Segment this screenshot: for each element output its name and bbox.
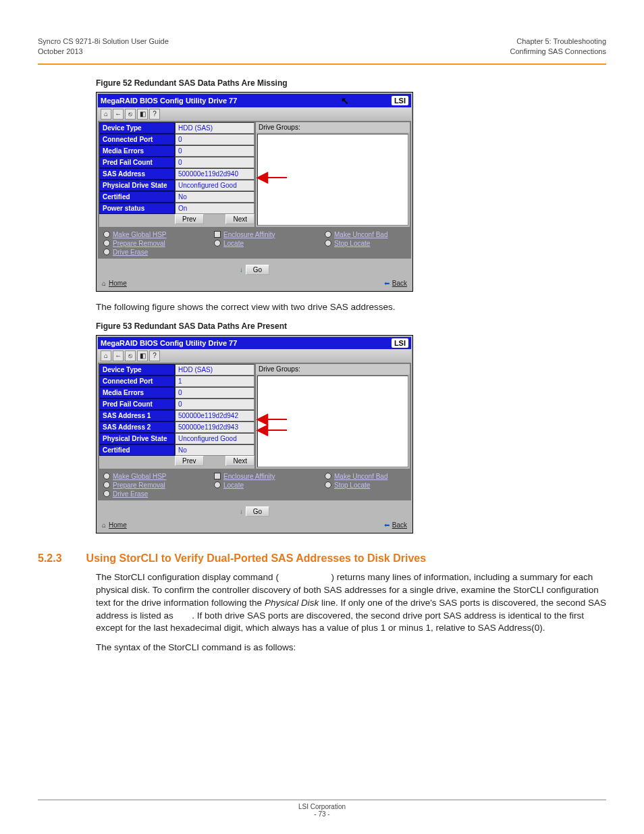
hdr-date: October 2013 bbox=[38, 47, 169, 57]
radio-icon[interactable] bbox=[214, 481, 221, 488]
bios-window-53: MegaRAID BIOS Config Utility Drive 77 LS… bbox=[96, 335, 413, 533]
toolbar-help-icon[interactable]: ? bbox=[149, 109, 160, 120]
toolbar-exit-icon[interactable]: ⎋ bbox=[125, 350, 136, 361]
checkbox-icon[interactable] bbox=[214, 473, 221, 479]
prop-label: Connected Port bbox=[99, 134, 175, 145]
radio-icon[interactable] bbox=[103, 473, 110, 479]
radio-icon[interactable] bbox=[103, 490, 110, 497]
bios-title-text: MegaRAID BIOS Config Utility Drive 77 bbox=[101, 97, 237, 105]
opt-drive-erase[interactable]: Drive Erase bbox=[113, 490, 148, 498]
footer-corp: LSI Corporation bbox=[38, 803, 606, 810]
prop-val: 0 bbox=[175, 145, 254, 157]
toolbar-help-icon[interactable]: ? bbox=[149, 350, 160, 361]
opt-make-unconf-bad[interactable]: Make Unconf Bad bbox=[334, 231, 388, 238]
go-arrow-icon: ↓ bbox=[240, 508, 243, 515]
toolbar-home-icon[interactable]: ⌂ bbox=[101, 350, 111, 361]
prop-label: SAS Address bbox=[99, 168, 175, 180]
toolbar-home-icon[interactable]: ⌂ bbox=[101, 109, 111, 120]
bios-titlebar: MegaRAID BIOS Config Utility Drive 77 ↖ … bbox=[98, 94, 411, 107]
opt-enclosure-affinity[interactable]: Enclosure Affinity bbox=[223, 231, 275, 238]
opt-stop-locate[interactable]: Stop Locate bbox=[334, 240, 370, 247]
go-button[interactable]: Go bbox=[246, 506, 269, 517]
footer-page: - 73 - bbox=[38, 810, 606, 818]
lsi-logo: LSI bbox=[392, 96, 408, 105]
opt-make-global-hsp[interactable]: Make Global HSP bbox=[113, 473, 166, 480]
figure53-caption: Figure 53 Redundant SAS Data Paths Are P… bbox=[96, 321, 606, 331]
section-paragraph-1: The StorCLI configuration display comman… bbox=[96, 571, 606, 635]
prop-val: No bbox=[175, 191, 254, 203]
back-arrow-icon: ⬅ bbox=[384, 521, 390, 529]
opt-drive-erase[interactable]: Drive Erase bbox=[113, 249, 148, 256]
toolbar-ctrl-icon[interactable]: ◧ bbox=[137, 350, 148, 361]
radio-icon[interactable] bbox=[214, 240, 221, 246]
opt-locate[interactable]: Locate bbox=[223, 481, 244, 489]
prop-val: 0 bbox=[175, 157, 254, 168]
hdr-section: Confirming SAS Connections bbox=[510, 47, 606, 57]
prop-val: Unconfigured Good bbox=[175, 180, 254, 191]
radio-icon[interactable] bbox=[325, 231, 331, 238]
cursor-icon: ↖ bbox=[341, 95, 349, 106]
back-link[interactable]: Back bbox=[392, 280, 407, 287]
back-arrow-icon: ⬅ bbox=[384, 280, 390, 287]
checkbox-icon[interactable] bbox=[214, 231, 221, 238]
home-link[interactable]: Home bbox=[109, 280, 127, 287]
radio-icon[interactable] bbox=[325, 481, 331, 488]
figure53-wrap: MegaRAID BIOS Config Utility Drive 77 LS… bbox=[96, 335, 606, 533]
opt-prepare-removal[interactable]: Prepare Removal bbox=[113, 240, 165, 247]
prop-label: Media Errors bbox=[99, 387, 175, 398]
prop-label: Device Type bbox=[99, 122, 175, 134]
hdr-chapter: Chapter 5: Troubleshooting bbox=[510, 36, 606, 47]
toolbar-ctrl-icon[interactable]: ◧ bbox=[137, 109, 148, 120]
section-paragraph-2: The syntax of the StorCLI command is as … bbox=[96, 642, 606, 654]
next-button[interactable]: Next bbox=[225, 214, 254, 224]
home-link[interactable]: Home bbox=[109, 521, 127, 529]
back-link[interactable]: Back bbox=[392, 521, 407, 529]
prop-label: Certified bbox=[99, 191, 175, 203]
prop-val: 1 bbox=[175, 375, 254, 387]
hdr-guide-title: Syncro CS 9271-8i Solution User Guide bbox=[38, 36, 169, 47]
prop-label: SAS Address 2 bbox=[99, 421, 175, 433]
prop-label: SAS Address 1 bbox=[99, 410, 175, 421]
prop-val: 0 bbox=[175, 134, 254, 145]
home-icon: ⌂ bbox=[102, 521, 106, 529]
radio-icon[interactable] bbox=[103, 231, 110, 238]
toolbar-back-icon[interactable]: ← bbox=[113, 350, 124, 361]
opt-make-global-hsp[interactable]: Make Global HSP bbox=[113, 231, 166, 238]
prop-label: Connected Port bbox=[99, 375, 175, 387]
properties-pane: Device TypeHDD (SAS) Connected Port0 Med… bbox=[99, 122, 254, 227]
figure52-wrap: MegaRAID BIOS Config Utility Drive 77 ↖ … bbox=[96, 92, 606, 292]
prop-val: 500000e119d2d943 bbox=[175, 421, 254, 433]
bios-toolbar: ⌂ ← ⎋ ◧ ? bbox=[98, 349, 411, 363]
bios-window-52: MegaRAID BIOS Config Utility Drive 77 ↖ … bbox=[96, 92, 413, 292]
prop-label: Media Errors bbox=[99, 145, 175, 157]
prop-val: Unconfigured Good bbox=[175, 433, 254, 444]
go-arrow-icon: ↓ bbox=[240, 266, 243, 273]
section-number: 5.2.3 bbox=[38, 552, 62, 565]
toolbar-back-icon[interactable]: ← bbox=[113, 109, 124, 120]
opt-enclosure-affinity[interactable]: Enclosure Affinity bbox=[223, 473, 275, 480]
go-button[interactable]: Go bbox=[246, 265, 269, 275]
opt-locate[interactable]: Locate bbox=[223, 240, 244, 247]
prev-button[interactable]: Prev bbox=[175, 456, 204, 466]
home-icon: ⌂ bbox=[102, 280, 106, 287]
radio-icon[interactable] bbox=[325, 240, 331, 246]
prop-val: On bbox=[175, 203, 254, 214]
opt-prepare-removal[interactable]: Prepare Removal bbox=[113, 481, 165, 489]
lsi-logo: LSI bbox=[392, 338, 408, 348]
prop-val: No bbox=[175, 444, 254, 456]
radio-icon[interactable] bbox=[325, 473, 331, 479]
radio-icon[interactable] bbox=[103, 481, 110, 488]
prop-label: Power status bbox=[99, 203, 175, 214]
bios-toolbar: ⌂ ← ⎋ ◧ ? bbox=[98, 107, 411, 121]
next-button[interactable]: Next bbox=[225, 456, 254, 466]
callout-arrow: ◀ bbox=[257, 168, 287, 186]
drive-groups-label: Drive Groups: bbox=[256, 364, 410, 374]
radio-icon[interactable] bbox=[103, 240, 110, 246]
opt-make-unconf-bad[interactable]: Make Unconf Bad bbox=[334, 473, 388, 480]
toolbar-exit-icon[interactable]: ⎋ bbox=[125, 109, 136, 120]
radio-icon[interactable] bbox=[103, 249, 110, 255]
prop-val: 500000e119d2d942 bbox=[175, 410, 254, 421]
prop-val: HDD (SAS) bbox=[175, 122, 254, 134]
opt-stop-locate[interactable]: Stop Locate bbox=[334, 481, 370, 489]
prev-button[interactable]: Prev bbox=[175, 214, 204, 224]
